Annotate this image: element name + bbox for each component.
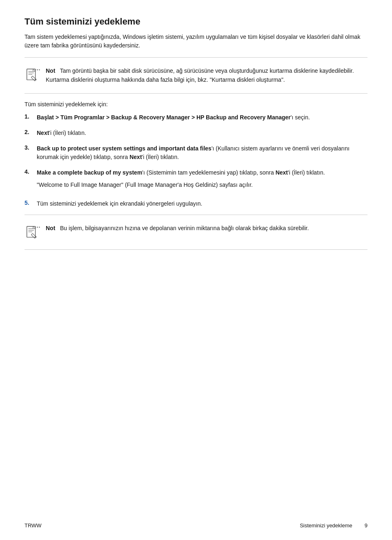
page-footer: TRWW Sisteminizi yedekleme 9 [0, 522, 392, 529]
note-icon-1: ✦✦✦ [24, 67, 40, 83]
note-2-text: Not Bu işlem, bilgisayarınızın hızına ve… [46, 224, 368, 233]
step-4-number: 4. [24, 168, 37, 175]
section-intro: Tüm sisteminizi yedeklemek için: [24, 101, 368, 108]
step-5: 5. Tüm sisteminizi yedeklemek için ekran… [24, 199, 368, 208]
divider-top-note1 [24, 57, 368, 58]
step-4-content: Make a complete backup of my system'ı (S… [37, 169, 325, 176]
step-5-number: 5. [24, 199, 37, 206]
note-icon-2: ✦✦✦ [24, 225, 40, 240]
step-2: 2. Next'i (İleri) tıklatın. [24, 129, 368, 138]
steps-list: 1. Başlat > Tüm Programlar > Backup & Re… [24, 113, 368, 208]
step-2-content: Next'i (İleri) tıklatın. [37, 129, 368, 138]
step-3-content: Back up to protect user system settings … [37, 144, 368, 162]
kurtarma-link[interactable]: "Kurtarma diskleri oluşturma" [210, 76, 283, 83]
note-box-2: ✦✦✦ Not Bu işlem, bilgisayarınızın hızın… [24, 219, 368, 245]
note-2-label: Not [46, 225, 55, 231]
notepad-icon-2: ✦✦✦ [24, 225, 40, 240]
svg-text:✦✦✦: ✦✦✦ [34, 69, 40, 71]
footer-right: Sisteminizi yedekleme 9 [300, 522, 368, 529]
step-3-number: 3. [24, 144, 37, 151]
divider-bottom-note2 [24, 249, 368, 250]
step-1: 1. Başlat > Tüm Programlar > Backup & Re… [24, 113, 368, 122]
step-1-number: 1. [24, 113, 37, 120]
step-2-number: 2. [24, 129, 37, 135]
note-2-body: Bu işlem, bilgisayarınızın hızına ve dep… [60, 225, 309, 231]
notepad-icon: ✦✦✦ [24, 67, 40, 83]
divider-bottom-note1 [24, 93, 368, 94]
note-1-label: Not [46, 67, 55, 74]
step-5-content: Tüm sisteminizi yedeklemek için ekrandak… [37, 199, 368, 208]
footer-page: 9 [365, 522, 368, 529]
step-3: 3. Back up to protect user system settin… [24, 144, 368, 162]
footer-locale: TRWW [24, 522, 42, 529]
step-4-subtext: "Welcome to Full Image Manager" (Full Im… [37, 181, 368, 190]
intro-paragraph: Tam sistem yedeklemesi yaptığınızda, Win… [24, 33, 368, 50]
svg-text:✦✦✦: ✦✦✦ [34, 226, 40, 229]
divider-top-note2 [24, 215, 368, 215]
page-title: Tüm sisteminizi yedekleme [24, 16, 368, 27]
footer-chapter: Sisteminizi yedekleme [300, 522, 352, 529]
page-content: Tüm sisteminizi yedekleme Tam sistem yed… [0, 0, 392, 287]
note-1-text: Not Tam görüntü başka bir sabit disk sür… [46, 67, 368, 84]
note-box-1: ✦✦✦ Not Tam görüntü başka bir sabit disk… [24, 62, 368, 89]
step-4: 4. Make a complete backup of my system'ı… [24, 168, 368, 193]
step-1-content: Başlat > Tüm Programlar > Backup & Recov… [37, 113, 368, 122]
